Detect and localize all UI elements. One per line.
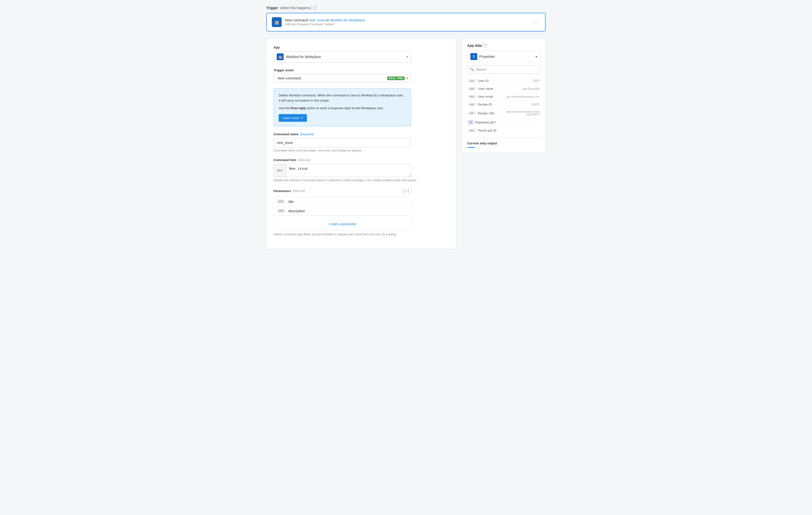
app-data-help-icon[interactable]: ? <box>484 44 487 48</box>
properties-label: Properties <box>479 55 533 58</box>
trigger-link-new-issue[interactable]: new_issue <box>309 18 325 22</box>
app-select[interactable]: 🤖 Workbot for Workplace ▾ <box>273 51 411 62</box>
data-item-repeated-job: ⊙ Repeated job? <box>467 118 541 127</box>
params-hint: Define command input fields and get Work… <box>273 233 449 236</box>
params-list: ABC title ABC description <box>273 197 411 216</box>
properties-icon: ☰ <box>470 53 477 60</box>
command-name-required: (Required) <box>300 133 314 136</box>
trigger-subtitle: Add Item Request Command *hidden* <box>285 23 365 26</box>
params-label: Parameters (Optional) <box>273 189 306 193</box>
data-item-recipe-id: ABC Recipe ID 30370 <box>467 101 541 108</box>
data-label-recipe-url: Recipe URL <box>478 111 503 115</box>
command-name-label: Command name (Required) <box>273 132 449 136</box>
data-abc-user-name: ABC <box>468 87 476 90</box>
trigger-title-connector: to <box>326 18 330 22</box>
param-item-description: ABC description <box>274 206 411 215</box>
data-item-parent-job-id: ABC Parent job ID <box>467 127 541 134</box>
main-content-box: App 🤖 Workbot for Workplace ▾ Trigger ev… <box>266 38 456 249</box>
param-name-description: description <box>288 209 305 213</box>
data-abc-recipe-url: ABC <box>468 111 476 115</box>
app-select-icon: 🤖 <box>277 53 284 60</box>
param-abc-description: ABC <box>277 209 285 213</box>
trigger-title: New command new_issue to Workbot for Wor… <box>285 18 365 22</box>
param-item-title: ABC title <box>274 197 411 206</box>
trigger-event-select[interactable]: New command REAL TIME ▾ <box>273 74 411 82</box>
data-label-user-email: User email <box>478 95 505 98</box>
info-line2-bold: Post reply <box>290 106 306 110</box>
data-label-parent-job-id: Parent job ID <box>478 129 538 132</box>
properties-selector[interactable]: ☰ Properties ▾ <box>467 51 541 62</box>
sidebar-title: App data <box>467 44 482 48</box>
data-value-recipe-id: 30370 <box>531 103 540 106</box>
data-toggle-repeated-job: ⊙ <box>468 120 473 125</box>
command-hint-field-hint: Display this instead of command name in … <box>273 179 449 182</box>
sidebar-header: App data ? <box>467 44 541 48</box>
data-abc-user-id: ABC <box>468 79 476 83</box>
app-label: App <box>273 46 449 49</box>
command-hint-field-wrapper: ABC <box>273 164 411 177</box>
command-hint-optional: (Optional) <box>297 158 310 162</box>
data-label-user-id: User ID <box>478 79 531 83</box>
trigger-help-icon[interactable]: ? <box>313 6 317 10</box>
command-hint-input[interactable] <box>286 164 411 177</box>
param-name-title: title <box>288 200 294 204</box>
step-line-indicator <box>467 147 475 148</box>
data-item-recipe-url: ABC Recipe URL https://preview.workato.c… <box>467 108 541 118</box>
data-item-user-id: ABC User ID 2555 <box>467 77 541 85</box>
trigger-label: Trigger <box>266 6 278 10</box>
trigger-event-select-text: New command <box>277 76 385 80</box>
search-input[interactable] <box>476 67 538 71</box>
data-label-repeated-job: Repeated job? <box>475 120 538 124</box>
trigger-event-label-text: Trigger event <box>273 69 294 72</box>
info-line2-suffix: action to send a response back to the Wo… <box>306 106 384 110</box>
app-select-chevron: ▾ <box>406 55 408 58</box>
info-line2-prefix: Use the <box>279 106 290 110</box>
search-icon: 🔍 <box>470 67 474 71</box>
trigger-title-prefix: New command <box>285 18 308 22</box>
data-value-recipe-url: https://preview.workato.com/recipes/3037… <box>505 110 540 116</box>
param-abc-title: ABC <box>277 199 285 204</box>
data-abc-user-email: ABC <box>468 95 476 98</box>
trigger-app-icon: 🤖 <box>272 17 282 27</box>
learn-more-label: Learn more <box>283 116 299 120</box>
command-name-input[interactable] <box>273 138 411 147</box>
add-param-button[interactable]: + Add a parameter <box>328 220 357 228</box>
command-hint-label-text: Command hint <box>273 158 296 162</box>
data-value-user-email: jan.donyada@workato.com <box>507 95 540 98</box>
trigger-event-chevron: ▾ <box>406 77 408 80</box>
command-name-form-group: Command name (Required) Command name mus… <box>273 132 449 152</box>
params-expand-button[interactable]: [↔] <box>402 188 411 194</box>
content-layout: App 🤖 Workbot for Workplace ▾ Trigger ev… <box>266 38 546 249</box>
params-label-text: Parameters <box>273 189 291 193</box>
params-optional: (Optional) <box>292 189 306 193</box>
data-abc-recipe-id: ABC <box>468 103 476 106</box>
data-label-user-name: User name <box>478 87 520 90</box>
trigger-info: New command new_issue to Workbot for Wor… <box>285 18 365 26</box>
trigger-more-button[interactable]: ··· <box>531 19 540 26</box>
data-label-recipe-id: Recipe ID <box>478 103 529 106</box>
info-box-line1: Define Workbot command. When this comman… <box>279 93 406 103</box>
app-label-text: App <box>273 46 280 49</box>
command-name-hint: Command name must be unique, one word, a… <box>273 149 449 152</box>
trigger-event-label: Trigger event <box>273 69 449 72</box>
data-item-user-name: ABC User name Jan Donyada <box>467 85 541 93</box>
properties-chevron: ▾ <box>535 55 537 58</box>
data-item-user-email: ABC User email jan.donyada@workato.com <box>467 93 541 101</box>
trigger-link-workbot[interactable]: Workbot for Workplace <box>330 18 365 22</box>
data-abc-parent-job-id: ABC <box>468 129 476 132</box>
add-param-row: + Add a parameter <box>273 218 411 231</box>
realtime-badge: REAL TIME <box>387 77 405 80</box>
search-box: 🔍 <box>467 65 541 74</box>
command-hint-form-group: Command hint (Optional) ABC Display this… <box>273 158 449 182</box>
trigger-card: 🤖 New command new_issue to Workbot for W… <box>266 13 546 31</box>
main-form: App 🤖 Workbot for Workplace ▾ Trigger ev… <box>266 38 456 249</box>
command-hint-prefix: ABC <box>274 164 286 177</box>
trigger-card-left: 🤖 New command new_issue to Workbot for W… <box>272 17 365 27</box>
command-name-label-text: Command name <box>273 132 298 136</box>
current-step-title: Current step output <box>467 141 541 145</box>
data-value-user-id: 2555 <box>533 79 540 83</box>
app-form-group: App 🤖 Workbot for Workplace ▾ <box>273 46 449 62</box>
learn-more-icon: ↗ <box>300 116 303 120</box>
learn-more-button[interactable]: Learn more ↗ <box>279 114 307 122</box>
trigger-section-label: Trigger (when this happens) ? <box>266 6 546 10</box>
